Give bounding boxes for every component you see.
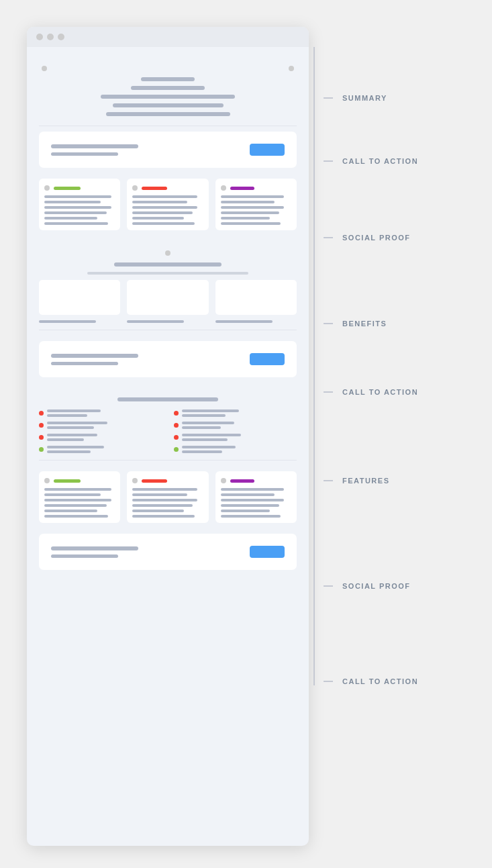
feature-row-4 [39, 446, 162, 453]
benefit-label-3 [215, 320, 297, 323]
cta-text-group-1 [51, 144, 138, 156]
sp-line [221, 499, 285, 501]
cta-button-3[interactable] [250, 546, 285, 558]
sp-card-1 [39, 179, 120, 230]
sp-line [221, 504, 279, 507]
label-entry-features: FEATURES [324, 477, 418, 485]
sidebar-tick [324, 391, 333, 393]
sp2-red-bar [142, 479, 167, 483]
benefits-images [39, 280, 297, 315]
features-section [39, 388, 297, 461]
summary-bar-3 [101, 95, 235, 99]
sp-line [44, 510, 97, 512]
feature-dot-red-r1 [174, 411, 179, 416]
cta-button-2[interactable] [250, 353, 285, 365]
sp-red-bar [142, 187, 167, 190]
sp-line [44, 217, 97, 220]
fb [182, 446, 236, 448]
sp-line [44, 493, 101, 496]
feature-dot-green-r1 [174, 447, 179, 452]
benefit-label-2 [127, 320, 208, 323]
sp-line [132, 195, 197, 198]
sp2-card-1 [39, 471, 120, 523]
sidebar-tick [324, 681, 333, 682]
features-col-right [174, 409, 297, 453]
sp-line [44, 499, 111, 501]
fb [182, 422, 234, 424]
sp-line [44, 206, 111, 209]
sidebar-tick [324, 160, 333, 162]
cta-bar-2 [51, 152, 118, 156]
benefit-img-2 [127, 280, 208, 315]
feature-row-r3 [174, 434, 297, 441]
sidebar-label-summary: SUMMARY [333, 94, 387, 102]
social-proof-section-1 [39, 179, 297, 230]
feature-row-r2 [174, 422, 297, 429]
sp-line [44, 195, 111, 198]
sp-header-2 [132, 185, 203, 191]
sp-dot-1 [44, 185, 50, 191]
feature-dot-red-r3 [174, 435, 179, 440]
feature-dot-green-1 [39, 447, 44, 452]
fb [47, 422, 107, 424]
social-proof-section-2 [39, 471, 297, 523]
sidebar-tick [324, 585, 333, 587]
sidebar-label-benefits: BENEFITS [333, 320, 387, 328]
fb [47, 450, 91, 453]
feature-bars-r4 [182, 446, 236, 453]
cta3-bar-1 [51, 546, 138, 550]
sidebar-layout: SUMMARY CALL TO ACTION SOCIAL PROOF BENE… [309, 47, 463, 685]
benefit-img-3 [215, 280, 297, 315]
feature-bars-r3 [182, 434, 241, 441]
summary-bar-1 [141, 77, 195, 81]
sp2-lines-3 [221, 488, 291, 518]
sidebar-label-sp1: SOCIAL PROOF [333, 234, 411, 242]
summary-section [39, 56, 297, 126]
feature-bars-3 [47, 434, 97, 441]
browser-dot-2 [47, 34, 54, 40]
sidebar-label-features: FEATURES [333, 477, 389, 485]
sp-line [44, 211, 107, 214]
sp-line [221, 515, 281, 518]
sp-line [44, 515, 108, 518]
label-entry-cta3: CALL TO ACTION [324, 677, 418, 685]
cta-section-3 [39, 534, 297, 570]
nav-dot-right [289, 66, 294, 71]
feature-row-3 [39, 434, 162, 441]
sidebar-tick [324, 480, 333, 481]
sp-line [44, 488, 111, 491]
sp-header-3 [221, 185, 291, 191]
browser-content [27, 47, 309, 586]
fb [47, 409, 101, 412]
sp-line [221, 510, 270, 512]
sp-line [221, 217, 270, 220]
cta-section-2 [39, 341, 297, 377]
sp-green-bar [54, 187, 81, 190]
sp2-lines-2 [132, 488, 203, 518]
fb [47, 426, 94, 429]
cta-bar-1 [51, 144, 138, 148]
label-entry-sp2: SOCIAL PROOF [324, 582, 418, 590]
cta-section-1 [39, 132, 297, 168]
fb [182, 438, 228, 441]
sp-line [44, 222, 108, 225]
sp-line [132, 201, 187, 203]
label-entry-sp1: SOCIAL PROOF [324, 234, 418, 242]
fb [182, 409, 239, 412]
bl-bar [127, 320, 184, 323]
browser-dot-3 [58, 34, 64, 40]
browser-dot-1 [36, 34, 43, 40]
vertical-line-container [309, 47, 319, 685]
feature-bars-r1 [182, 409, 239, 417]
sidebar-label-sp2: SOCIAL PROOF [333, 582, 411, 590]
label-list: SUMMARY CALL TO ACTION SOCIAL PROOF BENE… [319, 47, 418, 685]
fb [182, 450, 222, 453]
feature-bars-1 [47, 409, 101, 417]
cta-button-1[interactable] [250, 144, 285, 156]
sp-line [221, 222, 281, 225]
cta2-bar-1 [51, 354, 138, 358]
fb [182, 414, 226, 417]
sp-line [132, 211, 193, 214]
label-entry-cta2: CALL TO ACTION [324, 388, 418, 396]
sidebar-tick [324, 323, 333, 324]
